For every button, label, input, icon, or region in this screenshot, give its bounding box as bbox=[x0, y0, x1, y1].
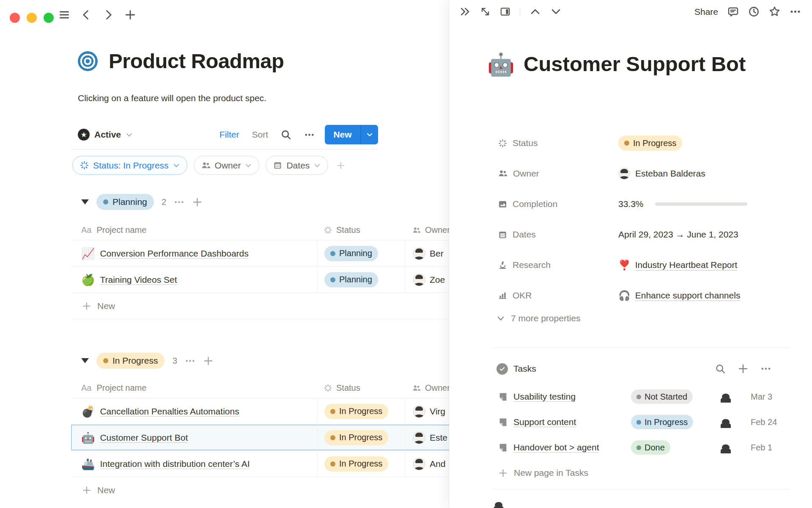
status-tag[interactable]: Planning bbox=[324, 272, 378, 287]
table-row[interactable]: 🚢 Integration with distribution center’s… bbox=[71, 451, 457, 477]
more-properties-button[interactable]: 7 more properties bbox=[497, 313, 581, 323]
previous-page-icon[interactable] bbox=[529, 6, 541, 17]
page-emoji[interactable]: 🤖 bbox=[487, 53, 515, 75]
task-date: Feb 1 bbox=[751, 443, 772, 453]
column-header-status[interactable]: Status bbox=[336, 225, 360, 235]
avatar bbox=[725, 418, 726, 426]
expand-page-icon[interactable] bbox=[480, 6, 491, 17]
new-tab-icon[interactable] bbox=[124, 9, 136, 21]
new-task-button[interactable]: New page in Tasks bbox=[498, 460, 791, 486]
menu-icon[interactable] bbox=[58, 9, 70, 21]
task-status-tag[interactable]: Not Started bbox=[631, 389, 693, 404]
task-status-tag[interactable]: Done bbox=[631, 440, 670, 455]
filter-chip-owner[interactable]: Owner bbox=[194, 156, 260, 175]
property-row-research[interactable]: Research ❣️ Industry Heartbeat Report bbox=[498, 250, 791, 280]
more-options-icon[interactable] bbox=[760, 363, 771, 374]
add-filter-icon[interactable] bbox=[336, 161, 346, 170]
group-tag[interactable]: Planning bbox=[96, 194, 154, 210]
new-button-chevron-icon[interactable] bbox=[361, 125, 378, 144]
group-add-icon[interactable] bbox=[203, 356, 214, 366]
table-row[interactable]: 📈 Conversion Performance Dashboards Plan… bbox=[71, 240, 457, 267]
task-row[interactable]: Support content In Progress Feb 24 bbox=[498, 409, 791, 435]
table-row[interactable]: 🍏 Training Videos Set Planning Zoe bbox=[71, 267, 457, 293]
group-header-planning: Planning 2 bbox=[71, 194, 203, 210]
task-status-tag[interactable]: In Progress bbox=[631, 415, 693, 429]
column-header-status[interactable]: Status bbox=[336, 383, 360, 393]
new-row-button[interactable]: New bbox=[71, 293, 457, 319]
window-close-button[interactable] bbox=[10, 13, 20, 23]
comments-icon[interactable] bbox=[727, 6, 739, 17]
add-task-icon[interactable] bbox=[738, 363, 749, 374]
favorite-star-icon[interactable] bbox=[769, 6, 780, 17]
row-title-link[interactable]: Integration with distribution center’s A… bbox=[100, 459, 250, 469]
window-controls bbox=[10, 13, 54, 23]
sort-button[interactable]: Sort bbox=[252, 130, 268, 140]
property-row-status[interactable]: Status In Progress bbox=[498, 128, 791, 158]
owner-name: Este bbox=[430, 433, 447, 443]
table-row-selected[interactable]: 🤖 Customer Support Bot In Progress Este bbox=[71, 425, 457, 451]
new-button[interactable]: New bbox=[325, 125, 378, 144]
row-title-link[interactable]: Cancellation Penalties Automations bbox=[100, 406, 239, 417]
column-header-name[interactable]: Project name bbox=[96, 225, 146, 235]
status-tag[interactable]: In Progress bbox=[324, 456, 388, 472]
table-row[interactable]: 💣 Cancellation Penalties Automations In … bbox=[71, 398, 457, 425]
more-options-icon[interactable] bbox=[304, 130, 315, 140]
group-more-icon[interactable] bbox=[174, 197, 184, 207]
property-row-okr[interactable]: OKR 🎧 Enhance support channels bbox=[498, 280, 791, 311]
filter-chip-label: Status: In Progress bbox=[93, 160, 169, 171]
people-icon bbox=[412, 226, 421, 235]
view-tab-label: Active bbox=[94, 130, 121, 140]
filter-chip-dates[interactable]: Dates bbox=[266, 156, 328, 175]
filter-chip-status[interactable]: Status: In Progress bbox=[72, 156, 187, 175]
group-tag[interactable]: In Progress bbox=[96, 353, 165, 369]
share-button[interactable]: Share bbox=[694, 7, 718, 17]
group-more-icon[interactable] bbox=[185, 356, 195, 366]
task-title-link[interactable]: Support content bbox=[513, 417, 576, 427]
task-title-link[interactable]: Usability testing bbox=[513, 392, 576, 402]
forward-icon[interactable] bbox=[102, 9, 114, 21]
property-row-completion[interactable]: Completion 33.3% bbox=[498, 189, 791, 219]
window-zoom-button[interactable] bbox=[44, 13, 54, 23]
filter-button[interactable]: Filter bbox=[219, 130, 239, 140]
status-tag[interactable]: In Progress bbox=[324, 404, 388, 419]
group-add-icon[interactable] bbox=[192, 197, 203, 207]
property-label: Owner bbox=[513, 168, 539, 179]
relation-page-link[interactable]: Enhance support channels bbox=[635, 290, 741, 301]
collapse-triangle-icon[interactable] bbox=[81, 358, 89, 363]
search-icon[interactable] bbox=[281, 130, 291, 140]
column-header-owner[interactable]: Owner bbox=[425, 225, 450, 235]
task-title-link[interactable]: Handover bot > agent bbox=[513, 442, 599, 453]
new-button-label[interactable]: New bbox=[325, 125, 360, 144]
column-header-owner[interactable]: Owner bbox=[425, 383, 450, 393]
property-row-dates[interactable]: Dates April 29, 2023 → June 1, 2023 bbox=[498, 219, 791, 250]
close-peek-icon[interactable] bbox=[459, 6, 471, 17]
column-header-name[interactable]: Project name bbox=[96, 383, 146, 393]
row-title-link[interactable]: Conversion Performance Dashboards bbox=[100, 248, 248, 259]
side-peek-icon[interactable] bbox=[500, 6, 510, 17]
row-title-link[interactable]: Customer Support Bot bbox=[100, 433, 188, 443]
search-icon[interactable] bbox=[715, 364, 726, 374]
window-minimize-button[interactable] bbox=[27, 13, 37, 23]
status-tag[interactable]: In Progress bbox=[618, 135, 682, 151]
peek-page-title[interactable]: Customer Support Bot bbox=[524, 50, 769, 78]
history-icon[interactable] bbox=[748, 6, 760, 17]
view-tab-active[interactable]: ★ Active bbox=[78, 129, 133, 141]
task-row[interactable]: Handover bot > agent Done Feb 1 bbox=[498, 435, 791, 460]
next-page-icon[interactable] bbox=[550, 6, 562, 17]
back-icon[interactable] bbox=[80, 9, 92, 21]
tasks-title[interactable]: Tasks bbox=[513, 364, 536, 374]
row-emoji: 🚢 bbox=[81, 458, 95, 469]
property-label: Research bbox=[513, 260, 551, 270]
more-options-icon[interactable] bbox=[790, 6, 801, 17]
new-row-button[interactable]: New bbox=[71, 477, 457, 503]
status-tag[interactable]: Planning bbox=[324, 246, 378, 261]
row-title-link[interactable]: Training Videos Set bbox=[100, 275, 177, 285]
owner-name: And bbox=[430, 459, 445, 469]
status-tag[interactable]: In Progress bbox=[324, 430, 388, 445]
filter-bar: Status: In Progress Owner Dates bbox=[72, 156, 346, 175]
collapse-triangle-icon[interactable] bbox=[81, 199, 89, 204]
page-icon-bullseye[interactable] bbox=[78, 51, 98, 71]
property-row-owner[interactable]: Owner Esteban Balderas bbox=[498, 158, 791, 189]
task-row[interactable]: Usability testing Not Started Mar 3 bbox=[498, 384, 791, 409]
relation-page-link[interactable]: Industry Heartbeat Report bbox=[635, 260, 738, 270]
